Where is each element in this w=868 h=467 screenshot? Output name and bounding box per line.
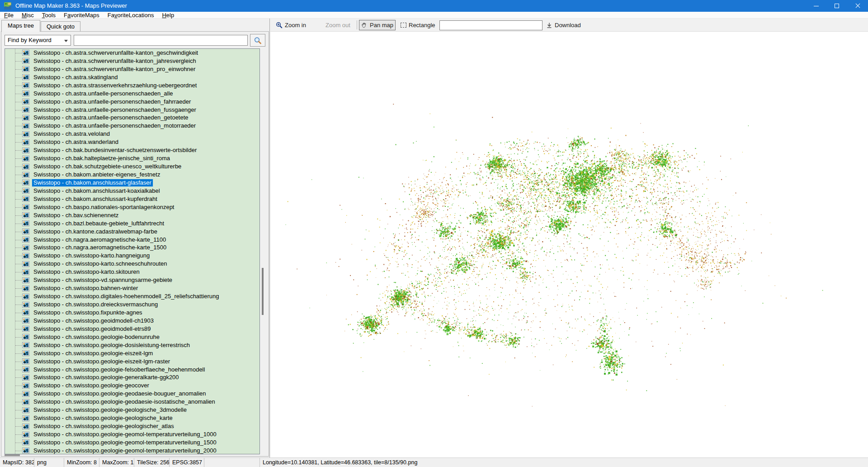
toolbar-separator xyxy=(357,20,357,29)
maximize-button[interactable] xyxy=(826,0,847,12)
map-layer-item[interactable]: Swisstopo - ch.swisstopo.dreiecksvermasc… xyxy=(5,300,259,309)
map-layer-icon xyxy=(22,375,29,381)
map-layer-label: Swisstopo - ch.swisstopo.geologie-bodenu… xyxy=(32,334,161,341)
map-layer-item[interactable]: Swisstopo - ch.swisstopo-karto.hangneigu… xyxy=(5,252,259,260)
map-layer-label: Swisstopo - ch.swisstopo.geologie-dosisl… xyxy=(32,342,191,349)
map-layer-item[interactable]: Swisstopo - ch.swisstopo.geologie-geolog… xyxy=(5,414,259,422)
horizontal-scrollbar-thumb[interactable] xyxy=(5,454,20,456)
map-layer-item[interactable]: Swisstopo - ch.nagra.aeromagnetische-kar… xyxy=(5,236,259,244)
map-layer-item[interactable]: Swisstopo - ch.swisstopo.geologie-felsob… xyxy=(5,366,259,374)
map-layer-item[interactable]: Swisstopo - ch.astra.unfaelle-personensc… xyxy=(5,114,259,122)
map-layer-item[interactable]: Swisstopo - ch.swisstopo.bahnen-winter xyxy=(5,284,259,292)
menu-item-help[interactable]: Help xyxy=(158,12,178,19)
map-layer-label: Swisstopo - ch.swisstopo-karto.skitouren xyxy=(32,268,141,276)
map-layer-item[interactable]: Swisstopo - ch.swisstopo.geologie-geomol… xyxy=(5,430,259,438)
map-layer-item[interactable]: Swisstopo - ch.swisstopo.digitales-hoehe… xyxy=(5,292,259,300)
map-layer-icon xyxy=(22,342,29,348)
map-layer-icon xyxy=(22,432,29,438)
menu-item-file[interactable]: File xyxy=(0,12,18,19)
map-layer-item[interactable]: Swisstopo - ch.swisstopo.geologie-eiszei… xyxy=(5,357,259,366)
map-layer-item[interactable]: Swisstopo - ch.bazl.bebaute-gebiete_luft… xyxy=(5,219,259,228)
tab-quick-goto[interactable]: Quick goto xyxy=(41,21,80,32)
map-layer-item[interactable]: Swisstopo - ch.swisstopo.geologie-eiszei… xyxy=(5,349,259,357)
map-layer-item[interactable]: Swisstopo - ch.swisstopo.geologie-geomol… xyxy=(5,438,259,447)
map-layer-label: Swisstopo - ch.swisstopo.bahnen-winter xyxy=(32,285,139,292)
map-canvas[interactable] xyxy=(270,32,868,457)
keyword-search-input[interactable] xyxy=(74,35,248,46)
map-layer-item[interactable]: Swisstopo - ch.bak.schutzgebiete-unesco_… xyxy=(5,162,259,171)
minimize-button[interactable] xyxy=(806,0,826,12)
map-layer-item[interactable]: Swisstopo - ch.swisstopo.geologie-geolog… xyxy=(5,406,259,414)
map-layer-label: Swisstopo - ch.swisstopo-vd.spannungsarm… xyxy=(32,276,174,284)
map-layer-item[interactable]: Swisstopo - ch.bakom.anschlussart-koaxia… xyxy=(5,187,259,195)
map-layer-item[interactable]: Swisstopo - ch.bakom.anschlussart-kupfer… xyxy=(5,195,259,203)
map-layer-item[interactable]: Swisstopo - ch.swisstopo.geoidmodell-ch1… xyxy=(5,317,259,325)
rectangle-button[interactable]: Rectangle xyxy=(399,20,437,30)
map-layer-item[interactable]: Swisstopo - ch.astra.strassenverkehrszae… xyxy=(5,81,259,90)
map-layer-item[interactable]: Swisstopo - ch.astra.veloland xyxy=(5,130,259,138)
map-layer-item[interactable]: Swisstopo - ch.bakom.anschlussart-glasfa… xyxy=(5,179,259,187)
map-layer-item[interactable]: Swisstopo - ch.swisstopo.geologie-bodenu… xyxy=(5,333,259,341)
map-layer-icon xyxy=(22,107,29,113)
map-layer-label: Swisstopo - ch.swisstopo.geologie-geomol… xyxy=(32,431,218,438)
map-layer-icon xyxy=(22,439,29,445)
tab-maps-tree[interactable]: Maps tree xyxy=(1,20,40,32)
map-layer-icon xyxy=(22,318,29,324)
map-layer-item[interactable]: Swisstopo - ch.bav.schienennetz xyxy=(5,211,259,219)
map-layer-item[interactable]: Swisstopo - ch.swisstopo.geologie-geolog… xyxy=(5,422,259,430)
map-layer-item[interactable]: Swisstopo - ch.swisstopo.geologie-geodae… xyxy=(5,390,259,398)
map-layer-item[interactable]: Swisstopo - ch.astra.unfaelle-personensc… xyxy=(5,98,259,106)
map-layer-item[interactable]: Swisstopo - ch.astra.schwerverunfallte-k… xyxy=(5,49,259,57)
map-layer-label: Swisstopo - ch.swisstopo.geologie-geolog… xyxy=(32,423,175,430)
map-layer-item[interactable]: Swisstopo - ch.swisstopo.geologie-dosisl… xyxy=(5,341,259,349)
vertical-scrollbar[interactable] xyxy=(262,48,264,454)
status-min-zoom: MinZoom: 8 xyxy=(64,458,99,467)
map-layer-item[interactable]: Swisstopo - ch.astra.unfaelle-personensc… xyxy=(5,106,259,114)
map-layer-item[interactable]: Swisstopo - ch.nagra.aeromagnetische-kar… xyxy=(5,244,259,252)
map-layer-item[interactable]: Swisstopo - ch.astra.wanderland xyxy=(5,138,259,146)
map-layer-item[interactable]: Swisstopo - ch.astra.skatingland xyxy=(5,73,259,81)
map-layer-item[interactable]: Swisstopo - ch.astra.unfaelle-personensc… xyxy=(5,122,259,130)
zoom-in-button[interactable]: Zoom in xyxy=(274,20,308,30)
map-layer-item[interactable]: Swisstopo - ch.swisstopo.geologie-geomol… xyxy=(5,447,259,454)
map-layer-icon xyxy=(22,253,29,259)
find-by-keyword-select[interactable]: Find by Keyword xyxy=(5,35,71,46)
toolbar-input[interactable] xyxy=(439,20,542,30)
map-layer-item[interactable]: Swisstopo - ch.baspo.nationales-sportanl… xyxy=(5,203,259,211)
map-layer-item[interactable]: Swisstopo - ch.bakom.anbieter-eigenes_fe… xyxy=(5,171,259,179)
map-layer-item[interactable]: Swisstopo - ch.swisstopo.geologie-geocov… xyxy=(5,381,259,390)
map-layer-item[interactable]: Swisstopo - ch.astra.schwerverunfallte-k… xyxy=(5,65,259,73)
close-button[interactable] xyxy=(847,0,868,12)
map-layer-item[interactable]: Swisstopo - ch.swisstopo.geoidmodell-etr… xyxy=(5,325,259,333)
menu-item-favoritelocations[interactable]: FavoriteLocations xyxy=(104,12,158,19)
menu-item-tools[interactable]: Tools xyxy=(38,12,60,19)
map-layer-item[interactable]: Swisstopo - ch.astra.unfaelle-personensc… xyxy=(5,90,259,98)
map-layer-item[interactable]: Swisstopo - ch.bak.halteplaetze-jenische… xyxy=(5,154,259,162)
status-epsg: EPSG:3857 xyxy=(170,458,204,467)
map-layer-icon xyxy=(22,212,29,218)
map-layer-icon xyxy=(22,204,29,210)
map-layer-label: Swisstopo - ch.astra.unfaelle-personensc… xyxy=(32,106,198,114)
map-layer-label: Swisstopo - ch.bakom.anbieter-eigenes_fe… xyxy=(32,171,161,178)
menu-item-favoritemaps[interactable]: FavoriteMaps xyxy=(60,12,104,19)
download-button[interactable]: Download xyxy=(544,20,583,30)
map-layer-icon xyxy=(22,99,29,105)
map-layer-item[interactable]: Swisstopo - ch.bak.bundesinventar-schuet… xyxy=(5,146,259,154)
map-layer-icon xyxy=(22,50,29,56)
map-layer-item[interactable]: Swisstopo - ch.swisstopo.geologie-geodae… xyxy=(5,398,259,406)
map-layer-item[interactable]: Swisstopo - ch.swisstopo-karto.skitouren xyxy=(5,268,259,276)
map-layer-label: Swisstopo - ch.swisstopo.dreiecksvermasc… xyxy=(32,301,159,308)
map-layer-item[interactable]: Swisstopo - ch.swisstopo-karto.schneesch… xyxy=(5,260,259,268)
menu-item-misc[interactable]: Misc xyxy=(18,12,38,19)
map-layer-item[interactable]: Swisstopo - ch.astra.schwerverunfallte-k… xyxy=(5,57,259,65)
map-layer-item[interactable]: Swisstopo - ch.kantone.cadastralwebmap-f… xyxy=(5,228,259,236)
map-layer-item[interactable]: Swisstopo - ch.swisstopo.fixpunkte-agnes xyxy=(5,309,259,317)
search-button[interactable] xyxy=(250,34,265,47)
map-layer-item[interactable]: Swisstopo - ch.swisstopo-vd.spannungsarm… xyxy=(5,276,259,284)
map-layer-label: Swisstopo - ch.swisstopo.digitales-hoehe… xyxy=(32,293,220,300)
horizontal-scrollbar[interactable] xyxy=(5,454,260,457)
map-layer-icon xyxy=(22,139,29,145)
vertical-scrollbar-thumb[interactable] xyxy=(262,268,264,315)
map-layer-item[interactable]: Swisstopo - ch.swisstopo.geologie-genera… xyxy=(5,374,259,382)
pan-map-button[interactable]: Pan map xyxy=(359,20,396,30)
